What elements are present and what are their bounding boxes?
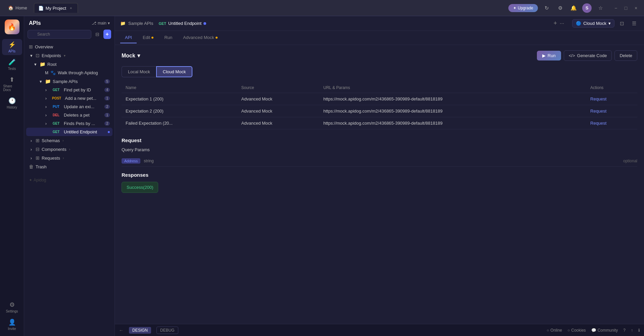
cloud-mock-chevron-icon: ▾ (608, 21, 611, 26)
tree-item-find-pet[interactable]: › GET Find pet by ID 4 (26, 86, 112, 94)
back-arrow-button[interactable]: ← (119, 328, 124, 333)
sample-apis-folder-icon: 📁 (45, 79, 51, 84)
debug-btn-label: DEBUG (160, 328, 175, 333)
run-button[interactable]: ▶ Run (537, 51, 561, 60)
mock-actions: ▶ Run </> Generate Code Delete (537, 50, 637, 61)
cloud-mock-tab[interactable]: Cloud Mock (156, 66, 193, 77)
tab-run[interactable]: Run (159, 32, 177, 43)
my-project-tab[interactable]: 📄 My Project × (34, 3, 78, 13)
exp-action[interactable]: Request (586, 93, 637, 105)
maximize-button[interactable]: □ (622, 4, 630, 12)
add-pet-expand-icon: › (44, 96, 48, 101)
tab-advanced-mock[interactable]: Advanced Mock (178, 32, 222, 43)
mock-title-label: Mock (122, 53, 135, 59)
minimize-button[interactable]: − (612, 4, 620, 12)
cloud-mock-selector[interactable]: 🔵 Cloud Mock ▾ (572, 19, 614, 28)
tree-item-trash[interactable]: 🗑 Trash (26, 162, 112, 171)
settings-gear-icon[interactable]: ⚙ (555, 3, 565, 13)
untitled-method-badge: GET (50, 130, 62, 134)
more-options-button[interactable]: ··· (560, 20, 564, 27)
col-actions: Actions (586, 83, 637, 93)
refresh-button[interactable]: ↻ (542, 3, 551, 13)
tab-api[interactable]: API (120, 32, 137, 43)
info-button[interactable]: ℹ (638, 328, 640, 333)
tab-advanced-mock-label: Advanced Mock (183, 35, 214, 40)
search-input[interactable] (28, 30, 91, 39)
exp-action[interactable]: Request (586, 117, 637, 129)
add-endpoint-button[interactable]: + (103, 30, 111, 39)
update-pet-method-badge: PUT (50, 104, 62, 109)
tree-item-untitled-endpoint[interactable]: GET Untitled Endpoint (26, 128, 112, 136)
bookmark-star-icon[interactable]: ☆ (596, 3, 605, 13)
online-status[interactable]: ○ Online (547, 328, 562, 333)
gen-code-label: Generate Code (577, 53, 607, 58)
tree-item-endpoints[interactable]: ▾ ⊡ Endpoints ▾ (26, 51, 112, 60)
design-button[interactable]: DESIGN (129, 327, 151, 334)
run-btn-label: Run (548, 53, 556, 58)
mock-title[interactable]: Mock ▾ (122, 52, 140, 59)
help-icon: ? (623, 328, 626, 333)
share-button[interactable]: ↑ (631, 328, 633, 333)
sidebar-item-history[interactable]: 🕐 History (2, 95, 22, 111)
project-tab-label: My Project (46, 6, 66, 11)
user-avatar[interactable]: S (582, 3, 592, 13)
icon-bar-bottom: ⚙ Settings 👤 Invite (2, 299, 22, 333)
requests-chevron-icon: › (63, 156, 64, 160)
breadcrumb-folder-icon: 📁 (120, 21, 126, 26)
notifications-bell-icon[interactable]: 🔔 (569, 3, 578, 13)
sidebar-item-tests[interactable]: 🧪 Tests (2, 56, 22, 73)
sidebar-tree: ⊞ Overview ▾ ⊡ Endpoints ▾ ▾ 📁 Root M 🐾 (24, 42, 114, 332)
expectations-table: Name Source URL & Params Actions Expecta… (122, 83, 637, 129)
add-pet-count: 1 (104, 96, 110, 100)
tree-item-update-pet[interactable]: › PUT Update an exi... 2 (26, 102, 112, 111)
filter-button[interactable]: ⊟ (93, 30, 101, 39)
find-pet-method-badge: GET (50, 88, 62, 92)
sidebar-item-settings[interactable]: ⚙ Settings (2, 299, 22, 315)
tree-item-finds-pets[interactable]: › GET Finds Pets by ... 2 (26, 119, 112, 128)
tree-item-components[interactable]: › ⊟ Components › (26, 145, 112, 154)
exp-url: https://mock.apidog.com/m2/436865-390989… (319, 105, 586, 117)
tree-item-delete-pet[interactable]: › DEL Deletes a pet 1 (26, 111, 112, 119)
online-label: Online (550, 328, 562, 333)
query-params-header: Query Params (122, 147, 637, 152)
app-layout: 🔥 ⚡ APIs 🧪 Tests ⬆ Share Docs 🕐 History … (0, 16, 644, 336)
find-pet-expand-icon: › (44, 87, 48, 92)
branch-selector[interactable]: ⎇ main ▾ (92, 21, 110, 26)
exp-action[interactable]: Request (586, 105, 637, 117)
endpoints-expand-icon: ▾ (29, 53, 34, 58)
tree-item-overview[interactable]: ⊞ Overview (26, 42, 112, 51)
split-view-button[interactable]: ⊡ (617, 19, 627, 28)
upgrade-button[interactable]: ✦ Upgrade (508, 4, 538, 12)
home-tab[interactable]: 🏠 Home (4, 3, 31, 12)
response-success-badge: Success(200) (122, 182, 158, 193)
tree-item-schemas[interactable]: › ⊞ Schemas › (26, 136, 112, 145)
close-window-button[interactable]: × (632, 4, 640, 12)
tree-item-walkthrough[interactable]: M 🐾 Walk through Apidog (26, 69, 112, 77)
walkthrough-emoji-icon: 🐾 (50, 70, 56, 75)
tree-item-sample-apis[interactable]: ▾ 📁 Sample APIs 5 (26, 77, 112, 86)
debug-button[interactable]: DEBUG (156, 327, 178, 334)
sidebar-item-share-docs[interactable]: ⬆ Share Docs (2, 74, 22, 94)
share-docs-label: Share Docs (3, 84, 21, 92)
add-pet-label: Add a new pet... (65, 96, 96, 101)
tree-item-root[interactable]: ▾ 📁 Root (26, 60, 112, 69)
home-icon: 🏠 (8, 5, 13, 10)
delete-pet-label: Deletes a pet (64, 113, 90, 118)
sidebar-item-apis[interactable]: ⚡ APIs (2, 39, 22, 55)
tab-close-btn[interactable]: × (68, 5, 74, 11)
tree-item-add-pet[interactable]: › POST Add a new pet... 1 (26, 94, 112, 102)
menu-dots-button[interactable]: ☰ (629, 19, 639, 28)
generate-code-button[interactable]: </> Generate Code (564, 50, 612, 61)
app-logo: 🔥 (5, 19, 19, 34)
add-tab-button[interactable]: + (554, 20, 557, 27)
tab-edit[interactable]: Edit (138, 32, 158, 43)
bottom-right-items: ○ Online ○ Cookies 💬 Community ? ↑ (547, 328, 640, 333)
branch-icon: ⎇ (92, 21, 96, 26)
community-button[interactable]: 💬 Community (591, 328, 618, 333)
help-button[interactable]: ? (623, 328, 626, 333)
local-mock-tab[interactable]: Local Mock (122, 66, 156, 77)
delete-button[interactable]: Delete (614, 50, 637, 61)
tree-item-requests[interactable]: › ⊞ Requests › (26, 154, 112, 162)
sidebar-item-invite[interactable]: 👤 Invite (2, 317, 22, 333)
cookies-button[interactable]: ○ Cookies (567, 328, 586, 333)
